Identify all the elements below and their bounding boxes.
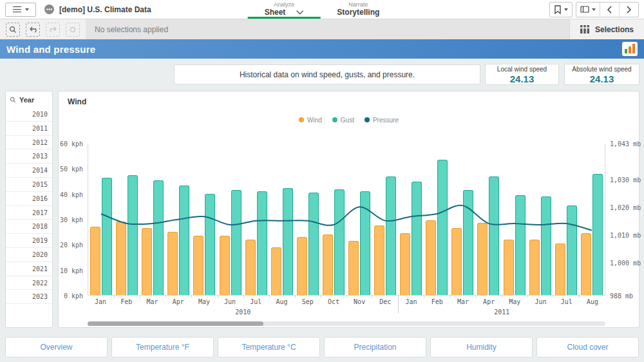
sheet-nav-button-cloud-cover[interactable]: Cloud cover (536, 337, 639, 357)
year-filter-item-2021[interactable]: 2021 (6, 262, 52, 276)
month-group-apr-15 (475, 144, 501, 295)
legend-item-gust[interactable]: Gust (332, 117, 354, 124)
gust-bar[interactable] (463, 190, 473, 295)
clear-selections-button[interactable] (66, 23, 80, 37)
chart-horizontal-scrollbar[interactable] (88, 321, 605, 326)
wind-bar[interactable] (90, 227, 100, 295)
year-filter-item-2010[interactable]: 2010 (6, 108, 52, 122)
year-filter-item-2019[interactable]: 2019 (6, 234, 52, 248)
wind-bar[interactable] (116, 222, 126, 295)
wind-bar[interactable] (477, 223, 488, 295)
step-back-button[interactable] (26, 23, 40, 37)
gust-bar[interactable] (541, 196, 551, 295)
wind-bar[interactable] (374, 225, 384, 295)
year-filter-item-2017[interactable]: 2017 (6, 206, 52, 220)
year-filter-item-2022[interactable]: 2022 (6, 276, 52, 291)
year-filter-item-2018[interactable]: 2018 (6, 220, 52, 234)
sheet-chart-icon[interactable] (622, 42, 638, 56)
sheet-nav-button-temperature-c[interactable]: Temperature °C (218, 337, 320, 357)
wind-bar[interactable] (245, 240, 256, 295)
year-filter-item-2020[interactable]: 2020 (6, 248, 52, 262)
year-filter-item-2011[interactable]: 2011 (6, 122, 52, 136)
sheet-nav-button-humidity[interactable]: Humidity (430, 337, 533, 357)
year-filter-item-2016[interactable]: 2016 (6, 192, 52, 206)
smart-search-button[interactable] (6, 23, 20, 37)
scrollbar-thumb[interactable] (88, 321, 263, 326)
wind-bar[interactable] (348, 241, 359, 295)
wind-bar[interactable] (581, 233, 591, 295)
selections-bar: No selections applied Selections (0, 19, 644, 39)
year-filter-item-2013[interactable]: 2013 (6, 149, 52, 164)
wind-bar[interactable] (142, 228, 152, 295)
tab-narrate-storytelling[interactable]: Narrate Storytelling (320, 0, 396, 19)
wind-bar[interactable] (451, 228, 462, 295)
gust-bar[interactable] (283, 188, 293, 295)
gust-bar[interactable] (592, 174, 603, 295)
gust-bar[interactable] (334, 189, 345, 296)
month-group-may-16 (502, 144, 527, 295)
analyze-label: Analyze (265, 1, 304, 8)
year-filter-item-2015[interactable]: 2015 (6, 178, 52, 192)
gust-bar[interactable] (102, 178, 112, 295)
month-group-aug-19 (579, 144, 605, 295)
gust-bar[interactable] (489, 176, 499, 295)
wind-bar[interactable] (426, 220, 436, 295)
next-sheet-button[interactable] (619, 3, 638, 17)
wind-bar[interactable] (220, 236, 230, 295)
gust-bar[interactable] (205, 194, 215, 295)
gust-bar[interactable] (153, 180, 164, 295)
month-group-feb-13 (424, 144, 450, 295)
gust-bar[interactable] (308, 193, 319, 295)
kpi-local-wind-speed[interactable]: Local wind speed 24.13 (485, 64, 559, 85)
year-filter-item-2012[interactable]: 2012 (6, 136, 52, 150)
sheets-button[interactable] (576, 3, 600, 17)
app-info-icon[interactable] (44, 5, 54, 14)
hamburger-icon (13, 6, 21, 13)
left-axis-tick: 30 kph (60, 216, 83, 224)
gust-bar[interactable] (412, 182, 422, 295)
global-menu-button[interactable] (5, 3, 36, 17)
year-filter-item-2023[interactable]: 2023 (6, 290, 52, 304)
gust-bar[interactable] (567, 205, 577, 295)
legend-item-wind[interactable]: Wind (299, 117, 322, 124)
year-filter-item-2014[interactable]: 2014 (6, 164, 52, 178)
kpi-absolute-wind-speed[interactable]: Absolute wind speed 24.13 (564, 64, 639, 85)
gust-bar[interactable] (386, 176, 396, 295)
bookmarks-button[interactable] (550, 3, 572, 17)
sheet-nav-button-overview[interactable]: Overview (5, 337, 108, 357)
gust-bar[interactable] (128, 175, 138, 295)
selections-label: Selections (595, 25, 634, 34)
tab-analyze-sheet[interactable]: Analyze Sheet (248, 0, 321, 19)
wind-bar[interactable] (555, 243, 565, 295)
gust-bar[interactable] (231, 190, 242, 295)
step-forward-button[interactable] (46, 23, 60, 37)
month-label: Apr (166, 296, 191, 305)
search-icon[interactable] (10, 97, 16, 103)
gust-bar[interactable] (437, 160, 448, 295)
wind-bar[interactable] (271, 247, 281, 295)
month-group-aug-7 (269, 144, 295, 295)
month-label: Feb (424, 296, 450, 305)
gust-bar[interactable] (515, 195, 526, 295)
wind-bar[interactable] (167, 232, 178, 295)
wind-bar[interactable] (323, 234, 333, 295)
wind-bar[interactable] (400, 233, 410, 295)
wind-bar[interactable] (504, 240, 514, 295)
gust-bar[interactable] (179, 186, 189, 295)
gust-bar[interactable] (257, 191, 267, 295)
selections-tool-button[interactable]: Selections (569, 19, 644, 39)
previous-sheet-button[interactable] (600, 3, 619, 17)
year-label-2010: 2010 (88, 305, 398, 318)
wind-bar[interactable] (193, 236, 204, 295)
gust-bar[interactable] (360, 191, 370, 295)
redo-arrow-icon (49, 26, 57, 33)
wind-bar[interactable] (529, 240, 540, 295)
sheet-nav-button-temperature-f[interactable]: Temperature °F (111, 337, 214, 357)
legend-item-pressure[interactable]: Pressure (365, 117, 399, 124)
kpi-value: 24.13 (565, 73, 639, 84)
right-axis-tick: 988 mb (610, 292, 633, 300)
sheet-nav-button-precipitation[interactable]: Precipitation (324, 337, 426, 357)
wind-bar[interactable] (297, 237, 307, 295)
month-group-jun-5 (217, 144, 243, 295)
month-group-sep-8 (295, 144, 321, 295)
